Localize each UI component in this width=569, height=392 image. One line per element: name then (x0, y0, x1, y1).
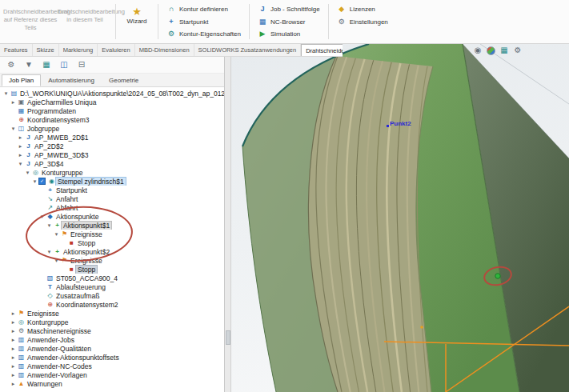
expand-arrow[interactable] (10, 381, 17, 386)
action-point-vertex[interactable] (495, 274, 500, 278)
tree-item-koordinatensystem3[interactable]: ⊕ Koordinatensystem3 (0, 115, 224, 124)
tree-item-document-root[interactable]: ▤ D:\_WORK\UNIQUA\Aktionspunkte\2024_05_… (0, 89, 224, 98)
expand-arrow[interactable] (46, 249, 53, 254)
settings-button[interactable]: ⚙ Einstellungen (334, 16, 391, 28)
startpoint-button[interactable]: + Startpunkt (163, 16, 244, 28)
tree-item-koordinatensystem2[interactable]: ⊕ Koordinatensystem2 (0, 300, 224, 309)
contour-properties-label: Kontur-Eigenschaften (179, 30, 241, 38)
tree-item-aktionspunkte[interactable]: ◆ Aktionspunkte (0, 212, 224, 221)
tree-item-startpunkt[interactable]: + Startpunkt (0, 186, 224, 194)
expand-arrow[interactable] (10, 337, 17, 342)
tab-evaluieren[interactable]: Evaluieren (98, 44, 134, 56)
expand-arrow[interactable] (10, 328, 17, 334)
nc-browser-button[interactable]: ▦ NC-Browser (254, 16, 323, 28)
tree-item-zusatzaufmass[interactable]: ◇ Zusatzaufmaß (0, 291, 224, 300)
appearance-icon[interactable] (487, 46, 495, 55)
expand-arrow[interactable] (10, 319, 17, 325)
expand-arrow[interactable] (10, 126, 17, 131)
tab-drahtschneiden[interactable]: Drahtschneiden (301, 44, 343, 56)
tab-markierung[interactable]: Markierung (59, 44, 98, 56)
contour-properties-button[interactable]: ⚙ Kontur-Eigenschaften (163, 28, 244, 40)
tree-item-stopp-1[interactable]: ■ Stopp (0, 238, 224, 247)
tree-item-anfahrt[interactable]: ↘ Anfahrt (0, 194, 224, 203)
tree-item-abfahrt[interactable]: ↗ Abfahrt (0, 203, 224, 212)
point-marker[interactable] (387, 125, 389, 127)
tree-item-ap-mweb-2d1[interactable]: J AP_MWEB_2D$1 (0, 133, 224, 142)
expand-arrow[interactable] (10, 363, 17, 369)
collapse-all-icon[interactable]: ⊟ (76, 61, 87, 69)
tree-item-ereignisse-1[interactable]: ⚑ Ereignisse (0, 230, 224, 238)
panel-tab-automatisierung[interactable]: Automatisierung (41, 74, 102, 86)
expand-arrow[interactable] (10, 354, 17, 360)
tree-item-ap-3d4[interactable]: J AP_3D$4 (0, 159, 224, 168)
panel-tab-job-plan[interactable]: Job Plan (2, 74, 41, 86)
tree-item-programmdaten[interactable]: ▦ Programmdaten (0, 106, 224, 115)
nc-browser-label: NC-Browser (270, 18, 306, 26)
events-icon: ⚑ (17, 310, 26, 317)
tab-features[interactable]: Features (0, 44, 33, 56)
grid-view-icon[interactable]: ▦ (41, 61, 52, 69)
scene-icon[interactable]: ▦ (499, 46, 509, 55)
tree-item-konturgruppe[interactable]: ◎ Konturgruppe (0, 168, 224, 177)
expand-arrow[interactable] (31, 178, 38, 184)
expand-arrow[interactable] (10, 346, 17, 351)
filter-icon[interactable]: ▼ (23, 61, 34, 69)
licenses-button[interactable]: ◆ Lizenzen (334, 3, 391, 15)
simulation-button[interactable]: ▶ Simulation (254, 28, 323, 40)
tree-item-anwender-nc-codes[interactable]: ▥ Anwender-NC-Codes (0, 362, 224, 370)
display-options-icon[interactable]: ◫ (58, 61, 70, 69)
simulation-play-icon: ▶ (258, 30, 267, 38)
panel-tab-geometrie[interactable]: Geometrie (102, 74, 146, 86)
wizard-button[interactable]: ★ Wizard (119, 2, 154, 42)
tree-item-anwender-vorlagen[interactable]: ▥ Anwender-Vorlagen (0, 370, 224, 379)
wirecut-reference-button[interactable]: Drahtschneidbearbeitung auf Referenz die… (3, 2, 58, 42)
tree-item-st050-acca900-4[interactable]: ▧ ST050_ACCA900_4 (0, 274, 224, 282)
ribbon-separator (158, 4, 158, 39)
tree-item-ap-mweb-3d3[interactable]: J AP_MWEB_3D$3 (0, 150, 224, 159)
tab-solidworks-zusatzanwendungen[interactable]: SOLIDWORKS Zusatzanwendungen (194, 44, 302, 56)
tree-item-ereignisse-root[interactable]: ⚑ Ereignisse (0, 309, 224, 318)
expand-arrow[interactable] (53, 231, 60, 237)
tree-item-anwender-aktionspunktoffsets[interactable]: ▥ Anwender-Aktionspunktoffsets (0, 353, 224, 362)
expand-arrow[interactable] (10, 310, 17, 316)
expand-arrow[interactable] (17, 161, 24, 166)
tree-item-konturgruppe-root[interactable]: ◎ Konturgruppe (0, 318, 224, 326)
job-sequence-button[interactable]: J Job - Schnittfolge (254, 3, 323, 15)
tree-item-ablaufsteuerung[interactable]: T Ablaufsteuerung (0, 282, 224, 291)
expand-arrow[interactable] (17, 152, 24, 158)
expand-arrow[interactable] (24, 170, 31, 175)
tree-item-jobgruppe[interactable]: ◫ Jobgruppe (0, 124, 224, 133)
action-point-icon: + (53, 249, 62, 255)
tree-item-stempel-zylindrisch[interactable]: ✓ ◉ Stempel zylindrisch$1 (0, 177, 224, 186)
tree-item-ap-2d2[interactable]: J AP_2D$2 (0, 142, 224, 150)
expand-arrow[interactable] (2, 90, 10, 96)
hide-show-icon[interactable]: ◉ (473, 46, 483, 55)
tree-item-aktionspunkt-2[interactable]: + Aktionspunkt$2 (0, 247, 224, 256)
contour-group: ∩ Kontur definieren + Startpunkt ⚙ Kontu… (162, 2, 246, 42)
define-contour-button[interactable]: ∩ Kontur definieren (163, 3, 244, 15)
tree-item-anwender-qualitaeten[interactable]: ▥ Anwender-Qualitäten (0, 344, 224, 353)
splitter-handle[interactable] (226, 330, 230, 345)
tree-item-aktionspunkt-1[interactable]: + Aktionspunkt$1 (0, 221, 224, 230)
wirecut-in-part-button[interactable]: Drahtschneidbearbeitung in diesem Teil (58, 2, 112, 42)
expand-arrow[interactable] (17, 134, 24, 140)
tree-item-maschinenereignisse[interactable]: ⚙ Maschinenereignisse (0, 326, 224, 335)
tree-item-warnungen[interactable]: ▲ Warnungen (0, 379, 224, 388)
tab-mbd-dimensionen[interactable]: MBD-Dimensionen (135, 44, 194, 56)
expand-arrow[interactable] (53, 258, 60, 263)
tree-item-stopp-2[interactable]: ■ Stopp (0, 265, 224, 274)
expand-arrow[interactable] (10, 99, 17, 105)
tab-skizze[interactable]: Skizze (33, 44, 59, 56)
view-settings-gear-icon[interactable]: ⚙ (513, 46, 523, 55)
gear-icon[interactable]: ⚙ (6, 61, 17, 69)
expand-arrow[interactable] (10, 372, 17, 378)
wirecut-reference-label-1: Drahtschneidbearbeitung (3, 8, 58, 16)
tree-item-ereignisse-2[interactable]: ⚑ Ereignisse (0, 256, 224, 265)
expand-arrow[interactable] (38, 214, 46, 219)
tree-item-agiecharmilles-uniqua[interactable]: ▣ AgieCharmilles Uniqua (0, 98, 224, 106)
expand-arrow[interactable] (46, 222, 53, 228)
tree-item-anwender-jobs[interactable]: ▥ Anwender-Jobs (0, 335, 224, 344)
checkbox-checked[interactable]: ✓ (38, 178, 46, 185)
expand-arrow[interactable] (17, 143, 24, 149)
graphics-viewport[interactable]: ◉ ▦ ⚙ Punkt2 (225, 44, 569, 392)
